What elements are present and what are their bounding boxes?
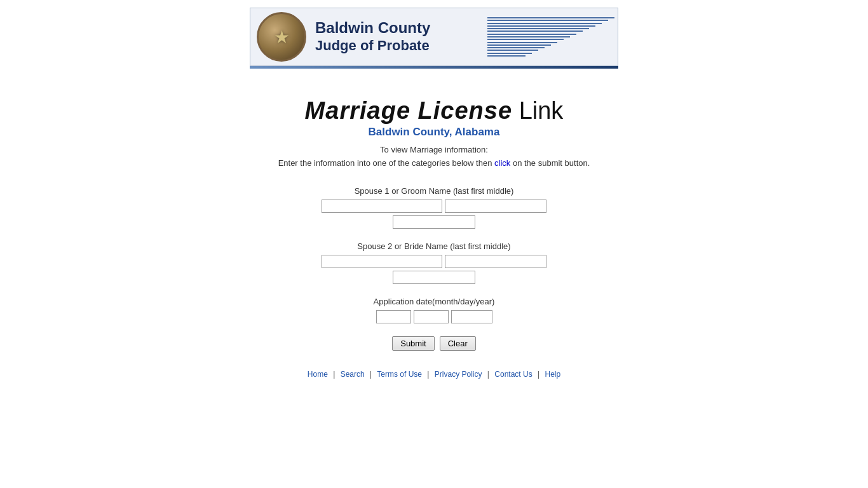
instruction-prefix: Enter the information into one of the ca…: [278, 158, 492, 168]
page-subtitle: Baldwin County, Alabama: [0, 126, 868, 139]
spouse1-middle-input[interactable]: [393, 215, 475, 229]
spouse2-last-input[interactable]: [322, 255, 442, 268]
deco-line-6: [487, 30, 583, 32]
title-light-text: Link: [512, 97, 563, 124]
date-label: Application date(month/day/year): [0, 297, 868, 306]
county-seal: [257, 12, 306, 62]
date-section: Application date(month/day/year): [0, 297, 868, 323]
footer-sep-4: |: [487, 370, 489, 379]
spouse1-name-row1: [0, 200, 868, 213]
footer-sep-1: |: [333, 370, 335, 379]
spouse2-section: Spouse 2 or Bride Name (last first middl…: [0, 241, 868, 284]
spouse2-name-row2: [0, 271, 868, 284]
date-day-input[interactable]: [414, 310, 449, 323]
footer-nav: Home | Search | Terms of Use | Privacy P…: [0, 370, 868, 379]
clear-button[interactable]: Clear: [440, 336, 476, 351]
instruction-line1: To view Marriage information:: [0, 144, 868, 157]
deco-line-9: [487, 39, 564, 40]
deco-line-4: [487, 25, 595, 27]
deco-line-8: [487, 36, 570, 37]
footer-sep-2: |: [370, 370, 372, 379]
deco-line-15: [487, 55, 526, 57]
footer-sep-5: |: [538, 370, 539, 379]
title-bold-text: Marriage License: [305, 97, 512, 124]
spouse2-middle-input[interactable]: [393, 271, 475, 284]
deco-line-7: [487, 34, 576, 35]
deco-line-10: [487, 42, 557, 43]
spouse2-name-row1: [0, 255, 868, 268]
instruction-click-word: click: [494, 158, 510, 168]
spouse1-first-input[interactable]: [445, 200, 546, 213]
spouse2-label: Spouse 2 or Bride Name (last first middl…: [0, 241, 868, 251]
spouse1-section: Spouse 1 or Groom Name (last first middl…: [0, 186, 868, 229]
header-decorative-lines: [487, 11, 614, 62]
spouse2-first-input[interactable]: [445, 255, 546, 268]
deco-line-2: [487, 20, 608, 21]
deco-line-1: [487, 17, 614, 18]
instruction-suffix: on the submit button.: [513, 158, 590, 168]
footer-link-search[interactable]: Search: [341, 370, 365, 379]
spouse1-last-input[interactable]: [322, 200, 442, 213]
footer-link-privacy[interactable]: Privacy Policy: [435, 370, 482, 379]
date-month-input[interactable]: [376, 310, 411, 323]
instruction-line2: Enter the information into one of the ca…: [0, 157, 868, 170]
deco-line-11: [487, 44, 551, 46]
page-title: Marriage License Link: [0, 97, 868, 125]
deco-line-12: [487, 47, 545, 48]
footer-link-contact[interactable]: Contact Us: [494, 370, 532, 379]
spouse1-name-row2: [0, 215, 868, 229]
form-buttons: Submit Clear: [0, 336, 868, 351]
date-row: [0, 310, 868, 323]
header-section: Baldwin County Judge of Probate: [250, 8, 618, 69]
deco-line-3: [487, 23, 602, 24]
footer-link-home[interactable]: Home: [308, 370, 328, 379]
submit-button[interactable]: Submit: [392, 336, 434, 351]
date-year-input[interactable]: [451, 310, 492, 323]
deco-line-13: [487, 50, 538, 51]
instructions-text: To view Marriage information: Enter the …: [0, 144, 868, 170]
page-title-area: Marriage License Link Baldwin County, Al…: [0, 97, 868, 139]
spouse1-label: Spouse 1 or Groom Name (last first middl…: [0, 186, 868, 196]
deco-line-5: [487, 28, 589, 29]
footer-link-help[interactable]: Help: [545, 370, 560, 379]
footer-link-terms[interactable]: Terms of Use: [377, 370, 422, 379]
deco-line-14: [487, 53, 532, 54]
main-content: Marriage License Link Baldwin County, Al…: [0, 69, 868, 379]
footer-sep-3: |: [427, 370, 429, 379]
